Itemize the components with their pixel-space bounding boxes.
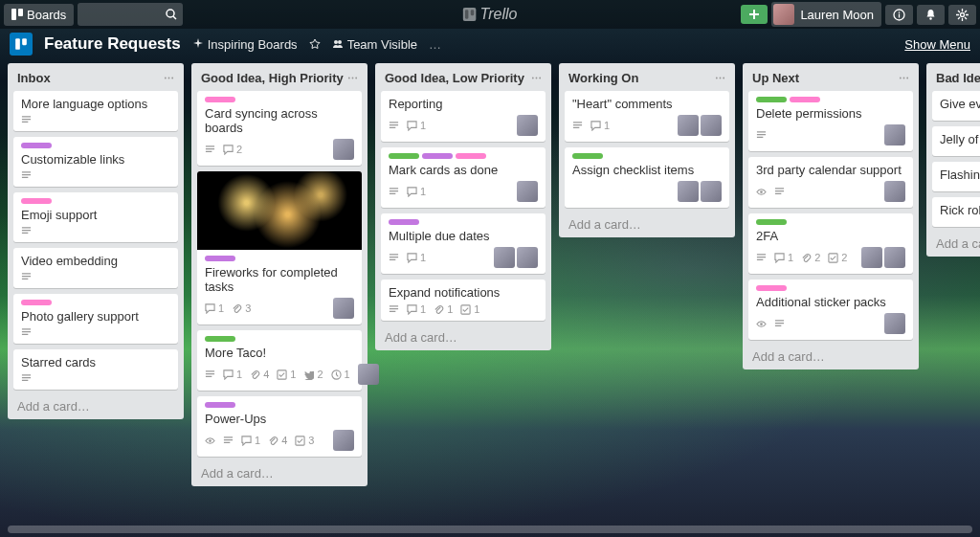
add-card-link[interactable]: Add a card… bbox=[565, 213, 729, 232]
card-badges: 122 bbox=[756, 247, 905, 268]
card[interactable]: Starred cards bbox=[13, 349, 178, 390]
card[interactable]: Fireworks for completed tasks13 bbox=[197, 171, 362, 324]
list-menu-button[interactable] bbox=[899, 73, 909, 83]
member-avatar[interactable] bbox=[494, 247, 515, 268]
watch-icon bbox=[756, 187, 767, 197]
star-button[interactable] bbox=[309, 38, 321, 50]
label-purple[interactable] bbox=[205, 402, 235, 408]
card[interactable]: Multiple due dates1 bbox=[381, 213, 546, 274]
inspiring-boards-link[interactable]: Inspiring Boards bbox=[192, 37, 298, 52]
card[interactable]: Jelly of the mo bbox=[932, 126, 980, 156]
card[interactable]: Photo gallery support bbox=[13, 294, 178, 344]
list-header: Up Next bbox=[748, 69, 913, 85]
member-avatar[interactable] bbox=[517, 247, 538, 268]
label-green[interactable] bbox=[205, 336, 235, 342]
add-card-link[interactable]: Add a card… bbox=[13, 395, 178, 414]
info-button[interactable] bbox=[885, 5, 913, 25]
card[interactable]: 3rd party calendar support bbox=[748, 157, 913, 208]
member-avatar[interactable] bbox=[884, 181, 905, 202]
card[interactable]: Additional sticker packs bbox=[748, 280, 913, 340]
card[interactable]: Video embedding bbox=[13, 248, 178, 288]
label-purple[interactable] bbox=[389, 219, 419, 225]
add-card-link[interactable]: Add a card… bbox=[197, 462, 362, 481]
member-avatar[interactable] bbox=[884, 124, 905, 145]
member-avatar[interactable] bbox=[517, 115, 538, 136]
member-avatar[interactable] bbox=[517, 181, 538, 202]
card[interactable]: "Heart" comments1 bbox=[565, 91, 729, 142]
card[interactable]: Card syncing across boards2 bbox=[197, 91, 362, 166]
list-title[interactable]: Bad Idea bbox=[936, 71, 980, 85]
card[interactable]: Emoji support bbox=[13, 192, 178, 242]
member-avatar[interactable] bbox=[678, 115, 699, 136]
card[interactable]: More Taco!14121 bbox=[197, 330, 362, 391]
card[interactable]: Expand notifications111 bbox=[381, 280, 546, 321]
card[interactable]: Reporting1 bbox=[381, 91, 546, 142]
user-menu[interactable]: Lauren Moon bbox=[771, 2, 881, 27]
card[interactable]: 2FA122 bbox=[748, 213, 913, 274]
card[interactable]: Assign checklist items bbox=[565, 147, 729, 208]
list-menu-button[interactable] bbox=[347, 73, 358, 83]
settings-button[interactable] bbox=[948, 5, 976, 25]
member-avatar[interactable] bbox=[333, 298, 354, 319]
member-avatar[interactable] bbox=[678, 181, 699, 202]
horizontal-scrollbar[interactable] bbox=[8, 526, 972, 533]
list-title[interactable]: Good Idea, High Priority bbox=[201, 71, 344, 85]
list-menu-button[interactable] bbox=[164, 73, 174, 83]
board[interactable]: Inbox More language optionsCustomizable … bbox=[0, 59, 980, 526]
card[interactable]: Give everything bbox=[932, 91, 980, 121]
label-pink[interactable] bbox=[205, 97, 235, 102]
card[interactable]: More language options bbox=[13, 91, 178, 131]
card[interactable]: Flashing text bbox=[932, 162, 980, 191]
notifications-button[interactable] bbox=[917, 5, 945, 25]
list-menu-button[interactable] bbox=[531, 73, 542, 83]
list-title[interactable]: Up Next bbox=[752, 71, 799, 85]
board-icon[interactable] bbox=[10, 33, 33, 56]
member-avatar[interactable] bbox=[884, 247, 905, 268]
card[interactable]: Power-Ups143 bbox=[197, 396, 362, 457]
member-avatar[interactable] bbox=[358, 364, 379, 385]
card-badges: 1 bbox=[389, 247, 538, 268]
label-pink[interactable] bbox=[790, 97, 820, 102]
list-menu-button[interactable] bbox=[715, 73, 725, 83]
boards-button[interactable]: Boards bbox=[4, 4, 74, 26]
add-button[interactable] bbox=[741, 5, 768, 24]
card-badges bbox=[756, 313, 905, 334]
card[interactable]: Rick roll power bbox=[932, 197, 980, 227]
add-card-link[interactable]: Add a card… bbox=[748, 346, 913, 364]
label-purple[interactable] bbox=[21, 143, 52, 148]
label-pink[interactable] bbox=[21, 198, 52, 204]
label-green[interactable] bbox=[389, 153, 419, 159]
visibility-button[interactable]: Team Visible bbox=[332, 37, 417, 52]
label-pink[interactable] bbox=[21, 300, 52, 305]
list-title[interactable]: Working On bbox=[568, 71, 638, 85]
member-avatar[interactable] bbox=[333, 430, 354, 451]
member-avatar[interactable] bbox=[701, 181, 722, 202]
add-card-link[interactable]: Add a card… bbox=[932, 233, 980, 251]
label-pink[interactable] bbox=[756, 285, 787, 291]
label-green[interactable] bbox=[572, 153, 603, 159]
label-purple[interactable] bbox=[422, 153, 453, 159]
member-avatar[interactable] bbox=[701, 115, 722, 136]
label-green[interactable] bbox=[756, 97, 787, 102]
brand-logo[interactable]: Trello bbox=[463, 6, 518, 23]
svg-point-27 bbox=[532, 78, 534, 79]
list-header: Inbox bbox=[13, 69, 178, 85]
card[interactable]: Customizable links bbox=[13, 137, 178, 187]
card[interactable]: Delete permissions bbox=[748, 91, 913, 151]
list-title[interactable]: Inbox bbox=[17, 71, 51, 85]
search-input[interactable] bbox=[78, 3, 183, 26]
boardbar: Feature Requests Inspiring Boards Team V… bbox=[0, 29, 980, 59]
label-purple[interactable] bbox=[205, 256, 235, 261]
card-title: Reporting bbox=[389, 97, 538, 111]
board-title[interactable]: Feature Requests bbox=[44, 34, 181, 54]
member-avatar[interactable] bbox=[333, 139, 354, 160]
svg-point-32 bbox=[720, 78, 722, 79]
label-pink[interactable] bbox=[456, 153, 486, 159]
add-card-link[interactable]: Add a card… bbox=[381, 326, 546, 345]
list-title[interactable]: Good Idea, Low Priority bbox=[385, 71, 524, 85]
member-avatar[interactable] bbox=[861, 247, 882, 268]
member-avatar[interactable] bbox=[884, 313, 905, 334]
show-menu-link[interactable]: Show Menu bbox=[904, 37, 970, 52]
card[interactable]: Mark cards as done1 bbox=[381, 147, 546, 208]
label-green[interactable] bbox=[756, 219, 787, 225]
